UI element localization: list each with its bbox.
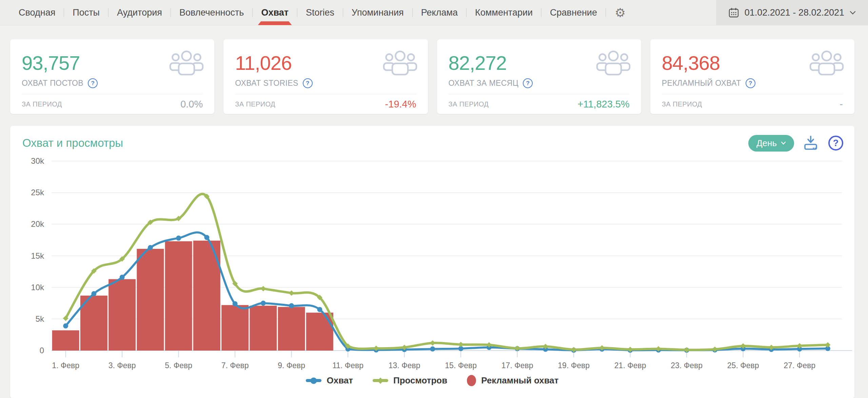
delta-value: -19.4%: [385, 99, 416, 110]
period-label: ЗА ПЕРИОД: [662, 100, 702, 108]
svg-text:23. Февр: 23. Февр: [671, 361, 703, 370]
chart-help-button[interactable]: ?: [827, 135, 844, 152]
svg-text:?: ?: [833, 138, 839, 148]
interval-dropdown-button[interactable]: День: [748, 135, 794, 152]
active-tab-underline: [258, 21, 292, 25]
help-question-icon[interactable]: ?: [88, 78, 98, 88]
date-range-picker[interactable]: 01.02.2021 - 28.02.2021: [716, 0, 868, 25]
stat-cards-row: 93,757 ОХВАТ ПОСТОВ ? ЗА ПЕРИОД 0.0% 11,…: [10, 39, 854, 114]
tab-upominaniya[interactable]: Упоминания: [343, 0, 412, 25]
chevron-down-icon: [850, 11, 856, 15]
card-ad-reach: 84,368 РЕКЛАМНЫЙ ОХВАТ ? ЗА ПЕРИОД -: [650, 39, 854, 114]
card-footer: ЗА ПЕРИОД +11,823.5%: [449, 94, 630, 114]
svg-text:15k: 15k: [31, 251, 44, 260]
card-footer: ЗА ПЕРИОД 0.0%: [22, 94, 203, 114]
reach-views-chart[interactable]: 05k10k15k20k25k30k1. Февр3. Февр5. Февр7…: [10, 153, 854, 374]
svg-text:5. Февр: 5. Февр: [165, 361, 192, 370]
help-question-icon[interactable]: ?: [303, 78, 313, 88]
chart-header: Охват и просмотры День: [10, 126, 854, 152]
ellipse-marker-icon: [467, 375, 476, 386]
svg-text:1. Февр: 1. Февр: [52, 361, 79, 370]
reach-views-panel: Охват и просмотры День: [10, 126, 854, 398]
chart-controls: День ?: [748, 135, 844, 152]
svg-text:30k: 30k: [31, 156, 44, 165]
period-label: ЗА ПЕРИОД: [449, 100, 489, 108]
people-group-icon: [809, 49, 844, 78]
legend-item-ad-reach[interactable]: Рекламный охват: [467, 375, 558, 386]
tab-label: Комментарии: [475, 7, 533, 18]
card-label: РЕКЛАМНЫЙ ОХВАТ: [662, 79, 741, 88]
chart-legend: Охват Просмотров Рекламный охват: [10, 375, 854, 386]
tab-svodnaya[interactable]: Сводная: [10, 0, 64, 25]
tab-label: Посты: [73, 7, 100, 18]
svg-text:0: 0: [40, 346, 44, 355]
card-month-reach: 82,272 ОХВАТ ЗА МЕСЯЦ ? ЗА ПЕРИОД +11,82…: [437, 39, 641, 114]
svg-text:11. Февр: 11. Февр: [332, 361, 363, 370]
tab-label: Реклама: [421, 7, 458, 18]
delta-value: 0.0%: [180, 99, 203, 110]
legend-label: Просмотров: [393, 375, 447, 386]
delta-value: -: [840, 99, 843, 110]
calendar-icon: [728, 7, 739, 18]
tab-label: Сводная: [19, 7, 55, 18]
tab-reklama[interactable]: Реклама: [413, 0, 466, 25]
chart-title: Охват и просмотры: [22, 137, 123, 150]
tab-label: Аудитория: [117, 7, 162, 18]
svg-text:17. Февр: 17. Февр: [501, 361, 533, 370]
svg-text:25. Февр: 25. Февр: [727, 361, 759, 370]
tab-posty[interactable]: Посты: [64, 0, 108, 25]
svg-text:25k: 25k: [31, 188, 44, 197]
delta-value: +11,823.5%: [577, 99, 629, 110]
tab-vovlechennost[interactable]: Вовлеченность: [171, 0, 252, 25]
tab-kommentarii[interactable]: Комментарии: [467, 0, 541, 25]
card-label: ОХВАТ ПОСТОВ: [22, 79, 83, 88]
tab-sravnenie[interactable]: Сравнение: [541, 0, 606, 25]
legend-item-views[interactable]: Просмотров: [373, 375, 447, 386]
help-question-icon[interactable]: ?: [746, 78, 755, 88]
svg-text:19. Февр: 19. Февр: [558, 361, 590, 370]
download-button[interactable]: [802, 135, 819, 152]
chevron-down-icon: [781, 141, 786, 145]
tab-label: Охват: [261, 7, 289, 18]
download-icon: [802, 135, 819, 152]
tab-auditoriya[interactable]: Аудитория: [108, 0, 171, 25]
legend-label: Охват: [327, 375, 353, 386]
card-label: ОХВАТ STORIES: [235, 79, 298, 88]
svg-text:27. Февр: 27. Февр: [784, 361, 815, 370]
tab-label: Stories: [306, 7, 334, 18]
date-range-text: 01.02.2021 - 28.02.2021: [745, 7, 844, 18]
help-question-icon[interactable]: ?: [523, 78, 533, 88]
y-axis-labels: 05k10k15k20k25k30k: [31, 156, 44, 355]
question-circle-icon: ?: [827, 135, 844, 152]
svg-text:9. Февр: 9. Февр: [278, 361, 305, 370]
line-diamond-marker-icon: [373, 379, 388, 382]
tab-label: Сравнение: [550, 7, 597, 18]
period-label: ЗА ПЕРИОД: [22, 100, 62, 108]
svg-text:20k: 20k: [31, 219, 44, 228]
x-axis-labels: 1. Февр3. Февр5. Февр7. Февр9. Февр11. Ф…: [52, 351, 815, 370]
svg-text:7. Февр: 7. Февр: [221, 361, 249, 370]
people-group-icon: [382, 49, 418, 78]
period-label: ЗА ПЕРИОД: [235, 100, 275, 108]
legend-item-reach[interactable]: Охват: [306, 375, 353, 386]
people-group-icon: [596, 49, 631, 78]
top-navigation: Сводная Посты Аудитория Вовлеченность Ох…: [0, 0, 868, 25]
card-stories-reach: 11,026 ОХВАТ STORIES ? ЗА ПЕРИОД -19.4%: [223, 39, 428, 114]
people-group-icon: [169, 49, 204, 78]
gear-icon[interactable]: ⚙: [606, 0, 634, 25]
interval-label: День: [756, 138, 777, 148]
tab-label: Вовлеченность: [179, 7, 244, 18]
card-post-reach: 93,757 ОХВАТ ПОСТОВ ? ЗА ПЕРИОД 0.0%: [10, 39, 214, 114]
svg-text:3. Февр: 3. Февр: [108, 361, 136, 370]
tab-ohvat-active[interactable]: Охват: [253, 0, 297, 25]
tab-stories[interactable]: Stories: [297, 0, 343, 25]
card-footer: ЗА ПЕРИОД -: [662, 94, 843, 114]
svg-text:21. Февр: 21. Февр: [614, 361, 646, 370]
card-footer: ЗА ПЕРИОД -19.4%: [235, 94, 416, 114]
tab-label: Упоминания: [352, 7, 404, 18]
line-circle-marker-icon: [306, 379, 321, 382]
legend-label: Рекламный охват: [481, 375, 558, 386]
svg-text:5k: 5k: [36, 314, 44, 323]
svg-text:13. Февр: 13. Февр: [389, 361, 420, 370]
svg-text:10k: 10k: [31, 283, 44, 292]
